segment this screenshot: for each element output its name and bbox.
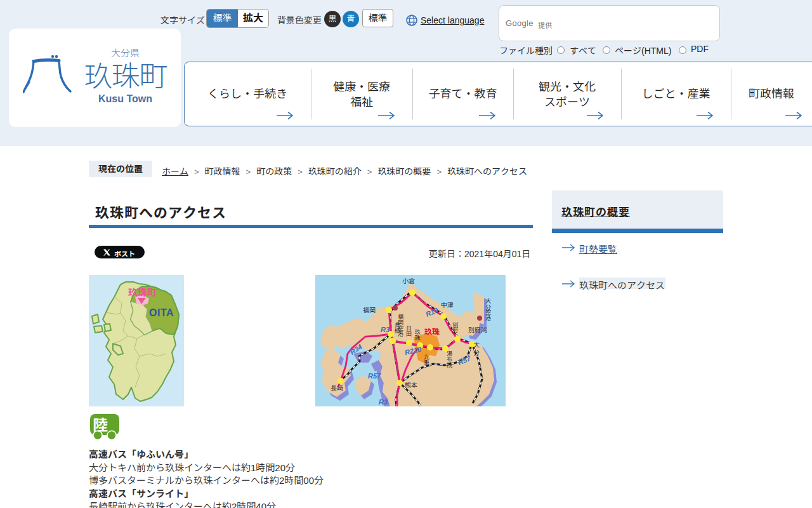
svg-text:玖珠: 玖珠	[414, 329, 421, 340]
svg-text:別府: 別府	[452, 321, 458, 333]
svg-text:日田: 日田	[405, 325, 412, 337]
svg-text:長崎: 長崎	[331, 385, 343, 392]
svg-text:大分空港: 大分空港	[485, 298, 491, 321]
svg-text:小倉: 小倉	[402, 277, 415, 284]
svg-text:湯布院: 湯布院	[446, 351, 452, 368]
svg-text:鳥栖: 鳥栖	[394, 322, 400, 334]
svg-text:別府湾: 別府湾	[468, 326, 487, 333]
svg-text:R3: R3	[381, 326, 390, 333]
svg-text:陸: 陸	[93, 417, 108, 434]
svg-text:R3: R3	[379, 398, 388, 406]
svg-text:玖珠: 玖珠	[424, 328, 440, 337]
svg-text:中津: 中津	[441, 302, 454, 309]
svg-text:福岡: 福岡	[363, 307, 376, 314]
svg-text:OITA: OITA	[149, 307, 174, 318]
svg-text:R57: R57	[368, 372, 381, 380]
svg-text:大分: 大分	[473, 342, 480, 356]
svg-text:熊本: 熊本	[405, 382, 417, 389]
svg-text:玖珠町: 玖珠町	[128, 287, 157, 298]
svg-text:九重: 九重	[423, 354, 429, 365]
